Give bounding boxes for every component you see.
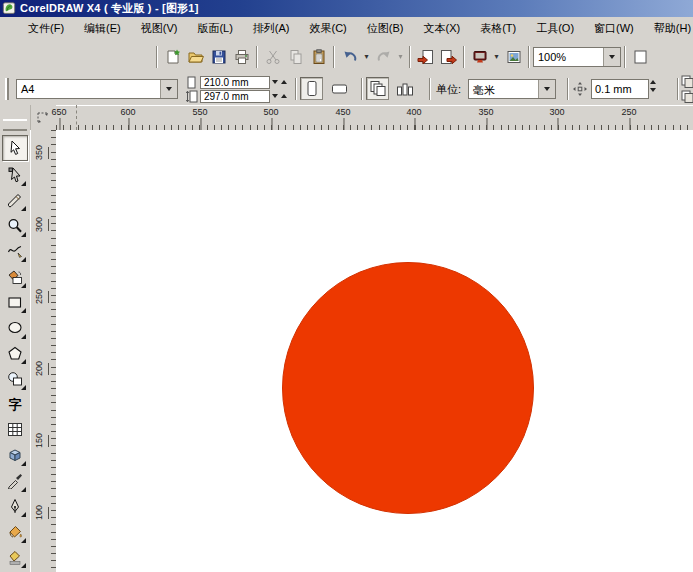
clipped-snap-icon[interactable] — [681, 75, 693, 88]
redo-dropdown-button[interactable]: ▾ — [395, 45, 406, 68]
text-tool[interactable]: 字 — [3, 392, 27, 416]
paper-height-spinner[interactable] — [272, 94, 287, 98]
paper-height-icon — [186, 90, 198, 103]
application-launcher-button[interactable] — [468, 45, 491, 68]
import-button[interactable] — [414, 45, 437, 68]
cut-button[interactable] — [261, 45, 284, 68]
drawing-page[interactable] — [56, 130, 693, 572]
print-button[interactable] — [230, 45, 253, 68]
menu-file[interactable]: 文件(F) — [21, 18, 71, 39]
flyout-indicator — [21, 512, 26, 517]
basic-shapes-tool[interactable] — [3, 367, 27, 391]
undo-button[interactable] — [338, 45, 361, 68]
interactive-fill-tool[interactable] — [3, 545, 27, 569]
vruler-label: 250 — [34, 290, 44, 304]
coreldraw-window: CorelDRAW X4 ( 专业版 ) - [图形1] 文件(F) 编辑(E)… — [0, 0, 693, 572]
menu-tools[interactable]: 工具(O) — [529, 18, 581, 39]
menu-view[interactable]: 视图(V) — [134, 18, 185, 39]
freehand-tool[interactable] — [3, 239, 27, 263]
table-grid-icon — [7, 422, 23, 437]
fill-tool[interactable] — [3, 520, 27, 544]
spinner-up-icon — [281, 94, 287, 98]
printer-icon — [234, 49, 250, 65]
application-launcher-dropdown[interactable]: ▾ — [491, 45, 502, 68]
toolbar-separator — [409, 46, 411, 68]
copy-button[interactable] — [284, 45, 307, 68]
smart-fill-tool[interactable] — [3, 265, 27, 289]
drawn-circle[interactable] — [282, 262, 534, 514]
welcome-screen-icon — [506, 49, 522, 65]
undo-dropdown-button[interactable]: ▾ — [361, 45, 372, 68]
propbar-grip[interactable] — [5, 78, 9, 100]
spinner-down-icon — [650, 88, 656, 92]
menu-layout[interactable]: 版面(L) — [190, 18, 239, 39]
rectangle-tool[interactable] — [3, 290, 27, 314]
ellipse-tool[interactable] — [3, 316, 27, 340]
toolbar-separator — [624, 46, 626, 68]
polygon-tool[interactable] — [3, 341, 27, 365]
redo-button[interactable] — [372, 45, 395, 68]
chevron-down-icon: ▾ — [398, 53, 402, 61]
units-dropdown[interactable] — [538, 80, 555, 98]
clipped-toolbar-button[interactable] — [629, 45, 652, 68]
units-combo[interactable]: 毫米 — [468, 79, 556, 99]
menu-arrange[interactable]: 排列(A) — [246, 18, 297, 39]
workspace: 字 — [0, 105, 693, 572]
menu-help[interactable]: 帮助(H) — [647, 18, 693, 39]
menu-bitmaps[interactable]: 位图(B) — [360, 18, 411, 39]
zoom-tool[interactable] — [3, 214, 27, 238]
landscape-button[interactable] — [328, 77, 351, 100]
open-button[interactable] — [184, 45, 207, 68]
flyout-indicator — [21, 181, 26, 186]
current-page-button[interactable] — [393, 77, 416, 100]
paper-width-icon — [186, 76, 197, 89]
interactive-blend-tool[interactable] — [3, 443, 27, 467]
menu-edit[interactable]: 编辑(E) — [77, 18, 128, 39]
horizontal-ruler[interactable]: 650 600 550 500 450 400 350 300 250 — [56, 105, 693, 131]
pick-tool[interactable] — [2, 135, 28, 161]
clipped-snap-icon-2[interactable] — [681, 90, 693, 103]
menu-table[interactable]: 表格(T) — [473, 18, 523, 39]
propbar-separator — [677, 78, 679, 100]
toolbar-separator — [528, 46, 530, 68]
crop-tool[interactable] — [3, 188, 27, 212]
eyedropper-tool[interactable] — [3, 469, 27, 493]
pick-arrow-icon — [8, 140, 23, 156]
coreldraw-app-icon — [2, 2, 16, 15]
all-pages-button[interactable] — [366, 77, 389, 100]
shape-tool[interactable] — [3, 163, 27, 187]
zoom-level-combo[interactable]: 100% — [533, 47, 621, 67]
title-bar[interactable]: CorelDRAW X4 ( 专业版 ) - [图形1] — [0, 0, 693, 17]
hruler-label: 600 — [120, 107, 135, 117]
outline-pen-tool[interactable] — [3, 494, 27, 518]
menu-effects[interactable]: 效果(C) — [303, 18, 354, 39]
save-button[interactable] — [207, 45, 230, 68]
toolbar-separator — [333, 46, 335, 68]
chevron-down-icon — [166, 87, 172, 91]
zoom-combo-dropdown[interactable] — [603, 48, 620, 66]
paper-width-field[interactable]: 210.0 mm — [200, 76, 270, 89]
paper-type-combo[interactable]: A4 — [16, 79, 178, 99]
menu-window[interactable]: 窗口(W) — [587, 18, 641, 39]
vruler-label: 200 — [34, 362, 44, 376]
welcome-screen-button[interactable] — [502, 45, 525, 68]
chevron-down-icon — [544, 87, 550, 91]
menu-text[interactable]: 文本(X) — [416, 18, 467, 39]
menu-bar: 文件(F) 编辑(E) 视图(V) 版面(L) 排列(A) 效果(C) 位图(B… — [0, 17, 693, 41]
paper-type-dropdown[interactable] — [160, 80, 177, 98]
paste-button[interactable] — [307, 45, 330, 68]
vertical-ruler[interactable]: 350 300 250 200 150 100 — [30, 130, 56, 572]
table-tool[interactable] — [3, 418, 27, 442]
toolbox: 字 — [0, 105, 31, 572]
text-tool-glyph: 字 — [9, 398, 22, 411]
paper-height-field[interactable]: 297.0 mm — [200, 90, 270, 103]
toolbox-grip[interactable] — [3, 119, 27, 131]
paper-width-value: 210.0 mm — [204, 77, 248, 88]
portrait-button[interactable] — [300, 77, 323, 100]
nudge-offset-field[interactable]: 0.1 mm — [591, 79, 649, 99]
export-button[interactable] — [437, 45, 460, 68]
nudge-spinner[interactable] — [650, 80, 656, 92]
all-pages-icon — [369, 80, 387, 97]
paper-width-spinner[interactable] — [272, 80, 287, 84]
new-button[interactable] — [161, 45, 184, 68]
